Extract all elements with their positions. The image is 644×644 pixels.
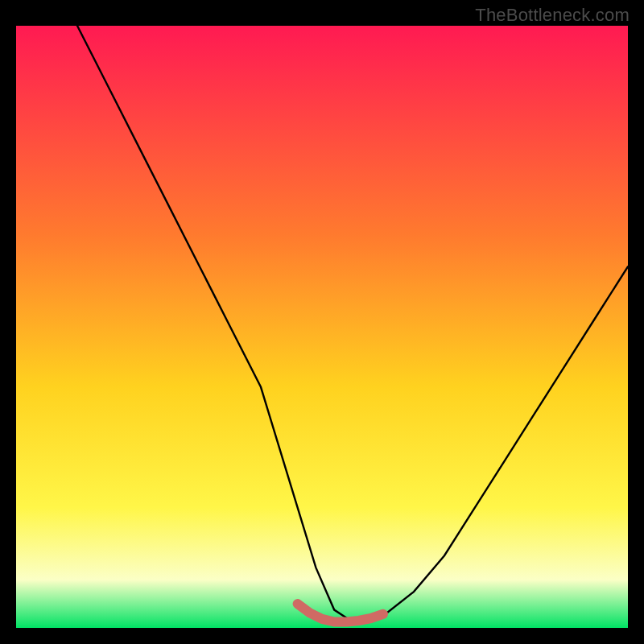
gradient-background [16,26,628,628]
plot-area [16,26,628,628]
bottleneck-chart [16,26,628,628]
chart-frame: TheBottleneck.com [0,0,644,644]
watermark-text: TheBottleneck.com [475,5,630,26]
